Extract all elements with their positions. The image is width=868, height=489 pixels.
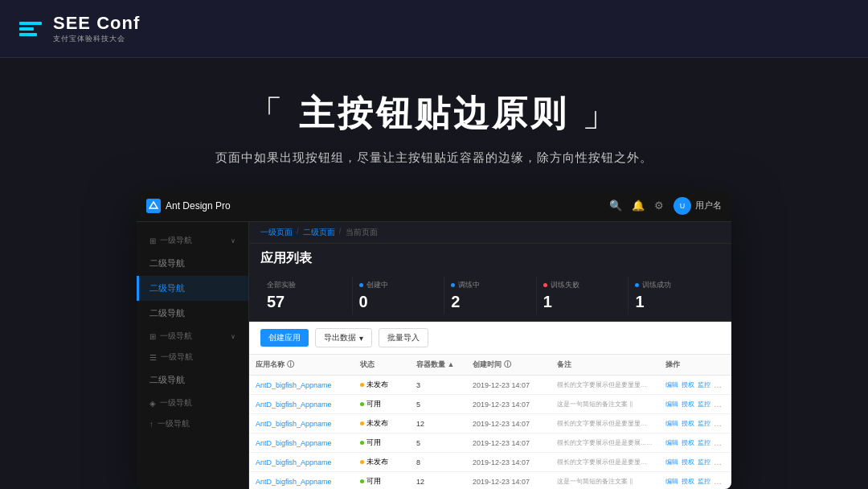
user-avatar: U xyxy=(674,197,691,215)
sidebar-item-3[interactable]: 二级导航 xyxy=(137,301,248,326)
user-name: 用户名 xyxy=(695,199,722,212)
td-time-2: 2019-12-23 14:07 xyxy=(466,397,551,413)
status-dot-2 xyxy=(360,402,364,406)
sidebar-item-2-active[interactable]: 二级导航 xyxy=(137,276,248,301)
sidebar-group-1: ⊞ 一级导航 ∨ xyxy=(137,230,248,251)
td-time-4: 2019-12-23 14:07 xyxy=(466,435,551,451)
stat-training-label: 调练中 xyxy=(451,280,530,290)
action-edit-3[interactable]: 编辑 xyxy=(665,419,678,428)
page-title: 应用列表 xyxy=(249,244,731,272)
sidebar-group-icon: ⊞ xyxy=(149,236,156,245)
td-name-1[interactable]: AntD_bigfish_Appname xyxy=(249,377,354,393)
stat-creating-value: 0 xyxy=(359,293,438,311)
mockup-sidebar: ⊞ 一级导航 ∨ 二级导航 二级导航 二级导航 ⊞ 一级导航 ∨ xyxy=(137,222,249,489)
action-more-1[interactable]: … xyxy=(714,380,722,389)
action-auth-4[interactable]: 授权 xyxy=(682,438,694,447)
td-name-3[interactable]: AntD_bigfish_Appname xyxy=(249,416,354,432)
td-action-1: 编辑 授权 监控 … xyxy=(659,376,731,393)
td-name-4[interactable]: AntD_bigfish_Appname xyxy=(249,435,354,451)
td-name-6[interactable]: AntD_bigfish_Appname xyxy=(249,474,354,490)
action-more-4[interactable]: … xyxy=(714,438,722,447)
action-auth-2[interactable]: 授权 xyxy=(682,400,694,409)
subtitle-text: 页面中如果出现按钮组，尽量让主按钮贴近容器的边缘，除方向性按钮之外。 xyxy=(215,150,653,166)
import-button[interactable]: 批量导入 xyxy=(379,328,428,347)
td-name-2[interactable]: AntD_bigfish_Appname xyxy=(249,397,354,413)
create-app-button[interactable]: 创建应用 xyxy=(260,329,309,347)
td-status-5: 未发布 xyxy=(354,453,410,471)
svg-rect-1 xyxy=(19,22,42,25)
action-more-2[interactable]: … xyxy=(714,400,722,409)
sidebar-group3-icon: ☰ xyxy=(149,353,157,362)
td-status-3: 未发布 xyxy=(354,414,410,433)
export-button[interactable]: 导出数据 ▾ xyxy=(315,328,372,347)
nav-user[interactable]: U 用户名 xyxy=(674,197,722,215)
sidebar-item-sub-label: 二级导航 xyxy=(149,374,185,386)
svg-rect-3 xyxy=(19,33,37,36)
ant-design-icon xyxy=(146,199,161,213)
title-text: 主按钮贴边原则 xyxy=(299,93,582,133)
mockup-logo-text: Ant Design Pro xyxy=(166,200,231,212)
td-count-2: 5 xyxy=(410,397,466,413)
search-icon[interactable]: 🔍 xyxy=(609,199,622,212)
action-monitor-2[interactable]: 监控 xyxy=(698,400,710,409)
title-section: 「 主按钮贴边原则 」 页面中如果出现按钮组，尽量让主按钮贴近容器的边缘，除方向… xyxy=(215,58,653,182)
action-monitor-5[interactable]: 监控 xyxy=(698,458,710,466)
action-edit-5[interactable]: 编辑 xyxy=(665,458,678,466)
ui-mockup: Ant Design Pro 🔍 🔔 ⚙ U 用户名 ⊞ 一级导航 ∨ xyxy=(137,190,731,489)
td-note-6: 这是一句简短的备注文案 ∥ xyxy=(551,473,659,489)
stat-total-label: 全部实验 xyxy=(267,280,346,290)
td-count-6: 12 xyxy=(410,474,466,490)
action-more-3[interactable]: … xyxy=(714,419,722,428)
td-time-5: 2019-12-23 14:07 xyxy=(466,454,551,471)
sidebar-item-1[interactable]: 二级导航 xyxy=(137,251,248,276)
stat-failed: 训练失败 1 xyxy=(536,277,628,314)
td-count-3: 12 xyxy=(410,416,466,432)
td-note-3: 很长的文字要展示但是要显显下...展巴 ∥ xyxy=(551,415,659,432)
td-time-1: 2019-12-23 14:07 xyxy=(466,377,551,393)
settings-icon[interactable]: ⚙ xyxy=(654,199,664,212)
td-name-5[interactable]: AntD_bigfish_Appname xyxy=(249,454,354,471)
sidebar-item-label-3: 二级导航 xyxy=(149,307,185,319)
action-auth-3[interactable]: 授权 xyxy=(682,419,694,428)
sidebar-group-2: ⊞ 一级导航 ∨ xyxy=(137,326,248,347)
td-count-5: 8 xyxy=(410,454,466,471)
action-edit-4[interactable]: 编辑 xyxy=(665,438,678,447)
status-dot-5 xyxy=(360,460,364,464)
action-edit-1[interactable]: 编辑 xyxy=(665,380,678,389)
sidebar-group2-label: 一级导航 xyxy=(160,331,192,342)
action-auth-1[interactable]: 授权 xyxy=(682,380,694,389)
bell-icon[interactable]: 🔔 xyxy=(632,199,645,212)
action-more-6[interactable]: … xyxy=(714,477,722,486)
breadcrumb-1[interactable]: 一级页面 xyxy=(260,227,293,238)
td-count-4: 5 xyxy=(410,435,466,451)
sidebar-group-label: 一级导航 xyxy=(160,235,192,246)
stat-creating-dot xyxy=(359,283,363,287)
sidebar-group4-icon: ◈ xyxy=(149,399,156,408)
stat-creating: 创建中 0 xyxy=(352,277,444,314)
action-auth-5[interactable]: 授权 xyxy=(682,458,694,466)
action-monitor-6[interactable]: 监控 xyxy=(698,477,710,486)
logo-area: SEE Conf 支付宝体验科技大会 xyxy=(16,13,140,44)
sidebar-group3-label: 一级导航 xyxy=(161,351,193,363)
action-monitor-1[interactable]: 监控 xyxy=(698,380,710,389)
action-monitor-4[interactable]: 监控 xyxy=(698,438,710,447)
action-auth-6[interactable]: 授权 xyxy=(682,477,694,486)
logo-sub-text: 支付宝体验科技大会 xyxy=(53,34,140,44)
action-monitor-3[interactable]: 监控 xyxy=(698,419,710,428)
bracket-left: 「 xyxy=(248,93,286,133)
mockup-logo: Ant Design Pro xyxy=(146,199,231,213)
see-conf-logo-icon xyxy=(16,14,45,43)
action-edit-2[interactable]: 编辑 xyxy=(665,400,678,409)
td-action-2: 编辑 授权 监控 … xyxy=(659,396,731,413)
breadcrumb-2[interactable]: 二级页面 xyxy=(303,227,335,238)
table-row: AntD_bigfish_Appname 可用 5 2019-12-23 14:… xyxy=(249,434,731,453)
bracket-right: 」 xyxy=(582,93,620,133)
action-more-5[interactable]: … xyxy=(714,458,722,466)
stat-total-value: 57 xyxy=(267,293,346,311)
col-header-status: 状态 xyxy=(354,355,410,375)
data-table: 应用名称 ⓘ 状态 容器数量 ▲ 创建时间 ⓘ 备注 操作 AntD_bigfi… xyxy=(249,354,731,489)
mockup-navbar: Ant Design Pro 🔍 🔔 ⚙ U 用户名 xyxy=(137,190,731,222)
stat-training-dot xyxy=(451,283,455,287)
action-edit-6[interactable]: 编辑 xyxy=(665,477,678,486)
sidebar-item-sub[interactable]: 二级导航 xyxy=(137,368,248,392)
